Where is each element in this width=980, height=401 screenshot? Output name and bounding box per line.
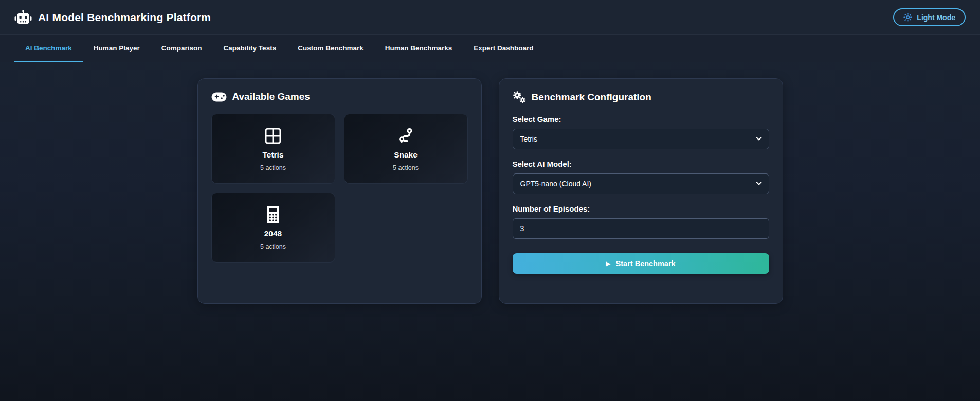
benchmark-config-title-text: Benchmark Configuration [532, 92, 651, 103]
benchmark-config-panel: Benchmark Configuration Select Game: Tet… [499, 78, 783, 304]
gear-icon [903, 13, 912, 22]
available-games-title-text: Available Games [232, 91, 310, 102]
start-benchmark-label: Start Benchmark [616, 259, 676, 268]
game-name: Snake [394, 150, 418, 160]
main-content: Available Games Tetris 5 actions [0, 62, 980, 304]
game-select[interactable]: Tetris [513, 129, 769, 149]
game-card-2048[interactable]: 2048 5 actions [211, 193, 335, 263]
game-actions: 5 actions [393, 164, 419, 171]
game-name: 2048 [264, 229, 282, 238]
game-actions: 5 actions [260, 164, 286, 171]
episodes-label: Number of Episodes: [513, 204, 769, 213]
tab-ai-benchmark[interactable]: AI Benchmark [14, 35, 83, 62]
route-icon [396, 126, 415, 146]
tab-bar: AI Benchmark Human Player Comparison Cap… [0, 35, 980, 62]
tab-human-player[interactable]: Human Player [83, 35, 151, 62]
brand: AI Model Benchmarking Platform [14, 10, 211, 25]
gamepad-icon [211, 92, 227, 102]
available-games-title: Available Games [211, 91, 468, 102]
tab-comparison[interactable]: Comparison [151, 35, 213, 62]
games-grid: Tetris 5 actions Snake 5 actions [211, 114, 468, 263]
app-header: AI Model Benchmarking Platform [0, 0, 980, 35]
robot-icon [14, 10, 32, 25]
model-select[interactable]: GPT5-nano (Cloud AI) [513, 173, 769, 194]
game-card-tetris[interactable]: Tetris 5 actions [211, 114, 335, 184]
select-game-label: Select Game: [513, 115, 769, 124]
game-actions: 5 actions [260, 243, 286, 250]
gears-icon [513, 91, 526, 103]
tab-human-benchmarks[interactable]: Human Benchmarks [374, 35, 463, 62]
grid-icon [264, 126, 282, 146]
game-card-snake[interactable]: Snake 5 actions [344, 114, 468, 184]
episodes-input[interactable] [513, 218, 769, 239]
tab-capability-tests[interactable]: Capability Tests [213, 35, 287, 62]
light-mode-label: Light Mode [917, 13, 955, 22]
game-name: Tetris [262, 150, 283, 160]
model-select-wrap: GPT5-nano (Cloud AI) [513, 173, 769, 194]
tab-custom-benchmark[interactable]: Custom Benchmark [287, 35, 374, 62]
start-benchmark-button[interactable]: ▶ Start Benchmark [513, 253, 769, 274]
play-icon: ▶ [606, 260, 610, 267]
select-model-label: Select AI Model: [513, 160, 769, 168]
light-mode-button[interactable]: Light Mode [893, 8, 966, 26]
calculator-icon [266, 205, 280, 224]
page-title: AI Model Benchmarking Platform [38, 11, 211, 24]
available-games-panel: Available Games Tetris 5 actions [197, 78, 482, 304]
game-select-wrap: Tetris [513, 129, 769, 149]
benchmark-config-title: Benchmark Configuration [513, 91, 769, 103]
tab-expert-dashboard[interactable]: Expert Dashboard [463, 35, 544, 62]
